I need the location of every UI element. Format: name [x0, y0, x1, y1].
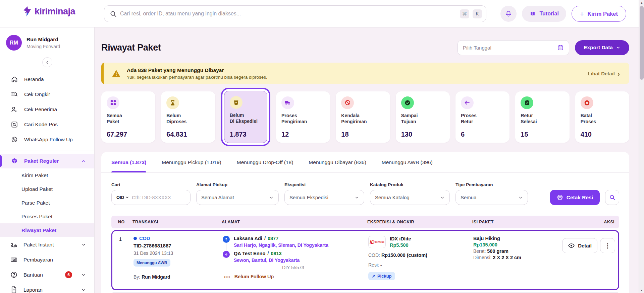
sidebar-item-cari-kode-pos[interactable]: Cari Kode Pos	[0, 117, 94, 132]
scroll-down-arrow[interactable]: ▼	[639, 288, 644, 293]
payment-type: COD	[139, 236, 150, 241]
katalog-produk-label: Katalog Produk	[370, 182, 450, 187]
arrow-up-right-icon: ↗	[372, 274, 375, 279]
cetak-resi-label: Cetak Resi	[567, 195, 593, 201]
notifications-button[interactable]	[500, 6, 517, 22]
stat-card-semua-paket[interactable]: SemuaPaket 67.297	[101, 91, 155, 143]
stat-card-proses-retur[interactable]: ProsesRetur 6	[455, 91, 509, 143]
aksi-cell: Detail ⋮	[562, 236, 618, 289]
tipe-pembayaran-value: Semua	[461, 195, 516, 200]
recipient-phone[interactable]: 0813	[271, 251, 281, 256]
stat-card-retur-selesai[interactable]: ReturSelesai 15	[515, 91, 569, 143]
page-scrollbar[interactable]: ▲ ▼	[639, 0, 644, 293]
sidebar-subitem-proses-paket[interactable]: Proses Paket	[0, 210, 94, 223]
search-input[interactable]	[120, 11, 457, 17]
detail-button[interactable]: Detail	[562, 238, 597, 253]
tab-menunggu-dibayar[interactable]: Menunggu Dibayar (836)	[309, 152, 366, 172]
grid-icon	[107, 96, 119, 109]
check-circle-icon	[401, 96, 414, 109]
cari-prefix-value: OID	[116, 195, 124, 200]
sidebar-item-paket-reguler[interactable]: Paket Reguler	[0, 154, 94, 168]
courier-name: IDX iDlite	[390, 236, 411, 241]
tab-menunggu-drop-off[interactable]: Menunggu Drop-Off (18)	[237, 152, 293, 172]
subitem-label: Proses Paket	[21, 214, 52, 220]
col-alamat: ALAMAT	[222, 220, 367, 224]
transaction-datetime: 31 Des 2024 13:13	[133, 250, 223, 256]
pending-payment-banner: Ada 838 Paket yang Menunggu Dibayar Yuk,…	[101, 63, 629, 84]
report-icon	[10, 286, 18, 293]
date-range-picker[interactable]	[458, 40, 569, 55]
stat-card-batal-proses[interactable]: BatalProses 410	[575, 91, 629, 143]
sidebar-item-laporan[interactable]: Laporan	[0, 282, 94, 293]
whatsapp-icon	[11, 136, 18, 143]
cari-field[interactable]: OID	[111, 190, 191, 205]
tipe-pembayaran-select[interactable]: Semua	[455, 190, 528, 205]
sidebar-item-bantuan[interactable]: Bantuan 6	[0, 267, 94, 282]
card-label: Proses	[281, 113, 325, 119]
recipient-address[interactable]: Sewon, Bantul, DI Yogyakarta	[234, 258, 300, 263]
scrollbar-thumb[interactable]	[640, 6, 644, 80]
stat-card-proses-pengiriman[interactable]: ProsesPengiriman 12	[276, 91, 330, 143]
stat-card-kendala-pengiriman[interactable]: KendalaPengiriman 18	[336, 91, 390, 143]
stat-card-belum-di-ekspedisi[interactable]: BelumDi Ekspedisi 1.873	[224, 91, 267, 143]
sidebar-collapse-button[interactable]	[42, 57, 52, 67]
ekspedisi-select[interactable]: Semua Ekspedisi	[284, 190, 364, 205]
sidebar-subitem-kirim-paket[interactable]: Kirim Paket	[0, 168, 94, 182]
profile-name: Run Midgard	[26, 36, 60, 43]
shortcut-cmd-key: ⌘	[460, 9, 469, 18]
scroll-up-arrow[interactable]: ▲	[639, 0, 644, 5]
sidebar-subitem-upload-paket[interactable]: Upload Paket	[0, 182, 94, 196]
alamat-pickup-select[interactable]: Semua Alamat	[196, 190, 279, 205]
sender-arrow-up-icon	[223, 236, 230, 243]
tutorial-button[interactable]: Tutorial	[522, 6, 566, 22]
card-label: Pengiriman	[341, 119, 384, 125]
tab-menunggu-pickup[interactable]: Menunggu Pickup (1.019)	[162, 152, 221, 172]
sidebar-item-label: Cek Penerima	[24, 106, 57, 113]
global-search[interactable]: ⌘ K	[104, 5, 486, 22]
cancel-icon	[581, 96, 593, 109]
app-header: kiriminaja ⌘ K	[0, 0, 639, 27]
sidebar-item-beranda[interactable]: Beranda	[0, 72, 94, 87]
banner-title: Ada 838 Paket yang Menunggu Dibayar	[127, 67, 267, 73]
brand-logo[interactable]: kiriminaja	[22, 6, 75, 17]
follow-up-action[interactable]: ••• Belum Follow Up	[223, 274, 363, 279]
sidebar-item-cek-penerima[interactable]: Cek Penerima	[0, 102, 94, 117]
tab-menunggu-awb[interactable]: Menunggu AWB (396)	[382, 152, 433, 172]
katalog-produk-select[interactable]: Semua Katalog	[370, 190, 450, 205]
kirim-paket-button[interactable]: + Kirim Paket	[572, 6, 626, 22]
cari-input[interactable]	[132, 195, 185, 200]
chevron-down-icon	[81, 287, 86, 292]
chevron-down-icon	[518, 195, 523, 200]
export-data-button[interactable]: Export Data	[575, 40, 629, 55]
sidebar-item-cek-ongkir[interactable]: Cek Ongkir	[0, 87, 94, 102]
pickup-label: Pickup	[377, 274, 392, 279]
row-number: 1	[119, 236, 133, 289]
sender-name: Laksana Adi	[234, 236, 262, 241]
tab-semua[interactable]: Semua (1.873)	[111, 152, 146, 172]
date-input[interactable]	[463, 45, 554, 51]
cari-prefix-dropdown[interactable]: OID	[116, 195, 129, 200]
sidebar-subitem-parse-paket[interactable]: Parse Paket	[0, 196, 94, 210]
sender-phone[interactable]: 0877	[268, 236, 278, 241]
sidebar-subitem-riwayat-paket[interactable]: Riwayat Paket	[0, 223, 94, 237]
stat-card-sampai-tujuan[interactable]: SampaiTujuan 130	[396, 91, 450, 143]
user-profile[interactable]: RM Run Midgard Moving Forward	[0, 27, 94, 51]
alamat-pickup-label: Alamat Pickup	[196, 182, 279, 187]
card-label: Sampai	[401, 113, 444, 119]
sidebar-item-label: Paket Instant	[23, 242, 54, 248]
payment-type-dot	[133, 237, 137, 240]
lihat-detail-link[interactable]: Lihat Detail ›	[588, 70, 620, 77]
cetak-resi-button[interactable]: Cetak Resi	[550, 190, 600, 205]
sidebar-item-label: Bantuan	[23, 272, 43, 278]
filter-search-button[interactable]	[605, 190, 619, 205]
sidebar-item-whatsapp-follow-up[interactable]: WhatsApp Follow Up	[0, 132, 94, 147]
stat-card-belum-diproses[interactable]: BelumDiproses 64.831	[161, 91, 215, 143]
card-label: Di Ekspedisi	[230, 118, 262, 124]
card-count: 64.831	[166, 131, 210, 138]
sender-address[interactable]: Sari Harjo, Ngaglik, Sleman, DI Yogyakar…	[234, 242, 328, 248]
sidebar-item-pembayaran[interactable]: Pembayaran	[0, 252, 94, 267]
sidebar-item-label: Pembayaran	[23, 257, 53, 263]
sidebar-item-paket-instant[interactable]: Paket Instant	[0, 237, 94, 252]
chevron-up-icon	[81, 159, 86, 164]
row-menu-button[interactable]: ⋮	[600, 238, 615, 253]
